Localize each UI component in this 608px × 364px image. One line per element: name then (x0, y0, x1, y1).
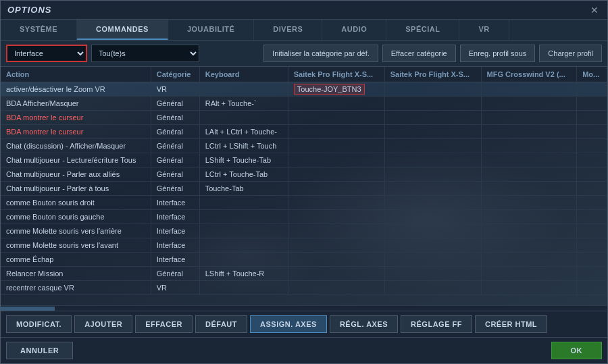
category-cell: Général (151, 182, 199, 196)
action-cell: BDA montrer le curseur (1, 125, 151, 139)
save-profile-button[interactable]: Enreg. profil sous (460, 45, 536, 62)
mo-cell (577, 253, 607, 267)
keyboard-cell: LCtrl + Touche-Tab (199, 167, 288, 182)
modificat-button[interactable]: MODIFICAT. (6, 315, 72, 333)
table-row[interactable]: comme Molette souris vers l'arrièreInter… (1, 224, 607, 238)
saitek2-cell (384, 267, 481, 281)
col-saitek1: Saitek Pro Flight X-S... (288, 67, 384, 82)
category-cell: Interface (151, 224, 199, 238)
table-row[interactable]: BDA Afficher/MasquerGénéralRAlt + Touche… (1, 97, 607, 111)
horizontal-scrollbar[interactable] (1, 305, 607, 311)
category-cell: Général (151, 125, 199, 139)
saitek2-cell (384, 281, 481, 295)
mfg-cell (481, 267, 577, 281)
table-row[interactable]: activer/désactiver le Zoom VRVRTouche-JO… (1, 82, 607, 97)
load-profile-button[interactable]: Charger profil (539, 45, 602, 62)
tab-jouabilite[interactable]: JOUABILITÉ (168, 20, 254, 40)
table-row[interactable]: comme Molette souris vers l'avantInterfa… (1, 238, 607, 253)
tab-special[interactable]: SPÉCIAL (386, 20, 459, 40)
table-row[interactable]: BDA montrer le curseurGénéralLAlt + LCtr… (1, 125, 607, 139)
ok-button[interactable]: OK (551, 342, 603, 359)
mo-cell (577, 139, 607, 153)
mfg-cell (481, 281, 577, 295)
keybind-table: Action Catégorie Keyboard Saitek Pro Fli… (1, 67, 607, 295)
mo-cell (577, 182, 607, 196)
col-action: Action (1, 67, 151, 82)
mfg-cell (481, 253, 577, 267)
keyboard-cell: RAlt + Touche-` (199, 97, 288, 111)
tab-systeme[interactable]: SYSTÈME (1, 20, 77, 40)
effacer-button[interactable]: EFFACER (135, 315, 193, 333)
mo-cell (577, 224, 607, 238)
category-cell: Interface (151, 210, 199, 224)
saitek1-cell (288, 167, 384, 182)
saitek1-cell (288, 224, 384, 238)
mo-cell (577, 167, 607, 182)
keyboard-cell: LShift + Touche-Tab (199, 153, 288, 167)
saitek2-cell (384, 238, 481, 253)
saitek1-cell (288, 267, 384, 281)
action-cell: BDA montrer le curseur (1, 111, 151, 125)
mfg-cell (481, 97, 577, 111)
mfg-cell (481, 111, 577, 125)
action-cell: recentrer casque VR (1, 281, 151, 295)
keyboard-cell: LShift + Touche-R (199, 267, 288, 281)
mo-cell (577, 196, 607, 210)
table-row[interactable]: BDA montrer le curseurGénéral (1, 111, 607, 125)
assign-axes-button[interactable]: ASSIGN. AXES (250, 315, 327, 333)
keyboard-cell: LCtrl + LShift + Touch (199, 139, 288, 153)
subcategory-filter[interactable]: Tou(te)s (91, 45, 199, 62)
saitek1-cell (288, 253, 384, 267)
action-cell: Chat multijoueur - Lecture/écriture Tous (1, 153, 151, 167)
saitek2-cell (384, 196, 481, 210)
reglage-ff-button[interactable]: RÉGLAGE FF (401, 315, 472, 333)
table-row[interactable]: recentrer casque VRVR (1, 281, 607, 295)
category-filter[interactable]: Interface Général VR Tou(te)s (6, 45, 87, 62)
bottom-buttons-row: MODIFICAT. AJOUTER EFFACER DÉFAUT ASSIGN… (1, 311, 607, 337)
table-row[interactable]: comme Bouton souris droitInterface (1, 196, 607, 210)
action-cell: BDA Afficher/Masquer (1, 97, 151, 111)
mfg-cell (481, 210, 577, 224)
table-row[interactable]: Chat (discussion) - Afficher/MasquerGéné… (1, 139, 607, 153)
tabs-row: SYSTÈME COMMANDES JOUABILITÉ DIVERS AUDI… (1, 20, 607, 41)
tab-commandes[interactable]: COMMANDES (77, 20, 168, 40)
keyboard-cell (199, 196, 288, 210)
tab-vr[interactable]: VR (459, 20, 509, 40)
regl-axes-button[interactable]: RÉGL. AXES (330, 315, 398, 333)
keyboard-cell (199, 210, 288, 224)
title-bar: OPTIONS ✕ (1, 1, 607, 20)
init-category-button[interactable]: Initialiser la catégorie par déf. (263, 45, 378, 62)
saitek1-cell (288, 139, 384, 153)
table-row[interactable]: Relancer MissionGénéralLShift + Touche-R (1, 267, 607, 281)
table-row[interactable]: comme Bouton souris gaucheInterface (1, 210, 607, 224)
table-row[interactable]: Chat multijoueur - Lecture/écriture Tous… (1, 153, 607, 167)
mfg-cell (481, 125, 577, 139)
table-row[interactable]: comme ÉchapInterface (1, 253, 607, 267)
defaut-button[interactable]: DÉFAUT (195, 315, 247, 333)
annuler-button[interactable]: ANNULER (6, 342, 73, 359)
category-cell: Général (151, 111, 199, 125)
action-cell: Chat multijoueur - Parler à tous (1, 182, 151, 196)
ajouter-button[interactable]: AJOUTER (74, 315, 132, 333)
keybind-table-container[interactable]: Action Catégorie Keyboard Saitek Pro Fli… (1, 67, 607, 305)
clear-category-button[interactable]: Effacer catégorie (382, 45, 456, 62)
tab-divers[interactable]: DIVERS (254, 20, 322, 40)
mo-cell (577, 267, 607, 281)
table-row[interactable]: Chat multijoueur - Parler à tousGénéralT… (1, 182, 607, 196)
action-cell: comme Molette souris vers l'arrière (1, 224, 151, 238)
saitek1-cell (288, 210, 384, 224)
keyboard-cell (199, 111, 288, 125)
action-cell: Relancer Mission (1, 267, 151, 281)
saitek1-cell (288, 111, 384, 125)
saitek2-cell (384, 253, 481, 267)
saitek1-cell (288, 281, 384, 295)
action-cell: activer/désactiver le Zoom VR (1, 82, 151, 97)
col-saitek2: Saitek Pro Flight X-S... (384, 67, 481, 82)
close-button[interactable]: ✕ (588, 4, 601, 16)
action-cell: comme Molette souris vers l'avant (1, 238, 151, 253)
mfg-cell (481, 167, 577, 182)
saitek1-cell (288, 97, 384, 111)
creer-html-button[interactable]: CRÉER HTML (475, 315, 547, 333)
tab-audio[interactable]: AUDIO (322, 20, 386, 40)
table-row[interactable]: Chat multijoueur - Parler aux alliésGéné… (1, 167, 607, 182)
